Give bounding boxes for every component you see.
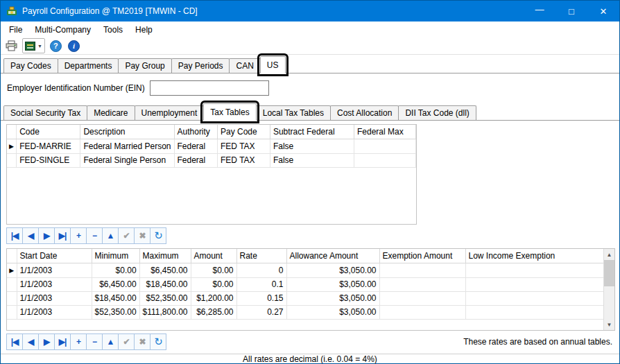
tab-pay-codes[interactable]: Pay Codes [3, 58, 58, 73]
tab-departments[interactable]: Departments [58, 58, 119, 73]
nav-delete-button[interactable]: − [86, 333, 103, 350]
tab-pay-periods[interactable]: Pay Periods [171, 58, 230, 73]
table-row[interactable]: ▶ 1/1/2003 $0.00 $6,450.00 $0.00 0 $3,05… [7, 263, 610, 277]
grid-cell[interactable]: 1/1/2003 [17, 305, 92, 319]
nav-next-button[interactable]: ▶ [38, 333, 55, 350]
grid-cell[interactable]: $18,450.00 [92, 291, 139, 305]
grid-cell[interactable]: $3,050.00 [286, 305, 379, 319]
grid-cell[interactable]: $0.00 [92, 263, 139, 277]
grid-cell[interactable]: $1,200.00 [191, 291, 236, 305]
grid-cell[interactable]: 1/1/2003 [17, 263, 92, 277]
tab-pay-group[interactable]: Pay Group [118, 58, 171, 73]
grid-cell[interactable] [465, 277, 610, 291]
tab-cost-allocation[interactable]: Cost Allocation [330, 105, 399, 120]
nav-delete-button[interactable]: − [86, 227, 103, 244]
maximize-button[interactable]: □ [556, 1, 587, 21]
grid-cell[interactable] [465, 291, 610, 305]
menu-tools[interactable]: Tools [97, 22, 129, 37]
column-header-description[interactable]: Description [80, 125, 174, 139]
grid-cell[interactable]: $52,350.00 [92, 305, 139, 319]
grid-cell[interactable] [379, 291, 465, 305]
grid-cell[interactable]: $0.00 [191, 263, 236, 277]
grid-cell[interactable]: $3,050.00 [286, 277, 379, 291]
tab-can[interactable]: CAN [229, 58, 260, 73]
grid-cell[interactable]: $6,450.00 [139, 263, 191, 277]
nav-edit-button[interactable]: ▲ [102, 227, 119, 244]
grid-cell[interactable]: $3,050.00 [286, 263, 379, 277]
grid-cell[interactable]: 0 [236, 263, 286, 277]
nav-first-button[interactable]: |◀ [6, 227, 23, 244]
grid-cell[interactable]: False [270, 153, 354, 167]
minimize-button[interactable]: — [524, 1, 556, 21]
column-header-rate[interactable]: Rate [236, 249, 286, 263]
grid-cell[interactable]: 0.1 [236, 277, 286, 291]
grid-cell[interactable]: Federal Single Person [80, 153, 174, 167]
table-row[interactable]: FED-SINGLE Federal Single Person Federal… [7, 153, 416, 167]
grid-cell[interactable] [379, 305, 465, 319]
nav-insert-button[interactable]: + [70, 227, 87, 244]
tab-local-tax-tables[interactable]: Local Tax Tables [256, 105, 331, 120]
grid-cell[interactable]: FED TAX [218, 139, 270, 153]
table-row[interactable]: 1/1/2003 $6,450.00 $18,450.00 $0.00 0.1 … [7, 277, 610, 291]
grid-cell[interactable] [379, 277, 465, 291]
nav-refresh-button[interactable]: ↻ [150, 227, 166, 244]
menu-help[interactable]: Help [129, 22, 159, 37]
nav-last-button[interactable]: ▶| [54, 227, 71, 244]
grid-cell[interactable]: FED TAX [218, 153, 270, 167]
grid-cell[interactable]: Federal [174, 153, 218, 167]
column-header-code[interactable]: Code [17, 125, 80, 139]
print-button[interactable] [4, 38, 19, 53]
table-row[interactable]: 1/1/2003 $52,350.00 $111,800.00 $6,285.0… [7, 305, 610, 319]
column-header-maximum[interactable]: Maximum [139, 249, 191, 263]
grid-cell[interactable]: 0.27 [236, 305, 286, 319]
column-header-allowance-amount[interactable]: Allowance Amount [286, 249, 379, 263]
nav-post-button[interactable]: ✔ [118, 333, 135, 350]
column-header-amount[interactable]: Amount [191, 249, 236, 263]
grid-cell[interactable] [354, 139, 416, 153]
nav-insert-button[interactable]: + [70, 333, 87, 350]
tab-us[interactable]: US [260, 56, 286, 73]
grid-cell[interactable]: False [270, 139, 354, 153]
close-button[interactable]: ✕ [587, 1, 619, 21]
grid-cell[interactable]: 1/1/2003 [17, 291, 92, 305]
nav-first-button[interactable]: |◀ [6, 333, 23, 350]
tab-social-security-tax[interactable]: Social Security Tax [3, 105, 87, 120]
scrollbar-track[interactable] [604, 260, 614, 319]
table-row[interactable]: 1/1/2003 $18,450.00 $52,350.00 $1,200.00… [7, 291, 610, 305]
tab-medicare[interactable]: Medicare [87, 105, 135, 120]
scrollbar-thumb[interactable] [604, 260, 614, 286]
tab-unemployment[interactable]: Unemployment [135, 105, 205, 120]
grid-cell[interactable]: FED-SINGLE [17, 153, 80, 167]
nav-prior-button[interactable]: ◀ [22, 333, 39, 350]
nav-edit-button[interactable]: ▲ [102, 333, 119, 350]
grid-cell[interactable]: Federal [174, 139, 218, 153]
grid-cell[interactable]: Federal Married Person [80, 139, 174, 153]
grid-cell[interactable] [354, 153, 416, 167]
grid-cell[interactable]: $6,450.00 [92, 277, 139, 291]
company-dropdown[interactable]: ▼ [22, 38, 45, 53]
help-button[interactable]: ? [49, 38, 63, 53]
about-button[interactable]: i [67, 38, 81, 53]
column-header-federal-max[interactable]: Federal Max [354, 125, 416, 139]
grid-cell[interactable] [379, 263, 465, 277]
nav-prior-button[interactable]: ◀ [22, 227, 39, 244]
grid-cell[interactable] [465, 305, 610, 319]
nav-post-button[interactable]: ✔ [118, 227, 135, 244]
grid-cell[interactable]: 0.15 [236, 291, 286, 305]
grid-cell[interactable]: $3,050.00 [286, 291, 379, 305]
tab-dii-tax-code[interactable]: DII Tax Code (dll) [398, 105, 476, 120]
column-header-subtract-federal[interactable]: Subtract Federal [270, 125, 354, 139]
grid-cell[interactable]: $111,800.00 [139, 305, 191, 319]
column-header-exemption-amount[interactable]: Exemption Amount [379, 249, 465, 263]
grid-cell[interactable]: $52,350.00 [139, 291, 191, 305]
menu-multi-company[interactable]: Multi-Company [28, 22, 97, 37]
tab-tax-tables[interactable]: Tax Tables [203, 103, 256, 121]
column-header-authority[interactable]: Authority [174, 125, 218, 139]
scroll-up-icon[interactable]: ▲ [604, 249, 614, 260]
grid-cell[interactable]: FED-MARRIE [17, 139, 80, 153]
grid-cell[interactable]: $0.00 [191, 277, 236, 291]
column-header-pay-code[interactable]: Pay Code [218, 125, 270, 139]
grid-cell[interactable]: 1/1/2003 [17, 277, 92, 291]
nav-last-button[interactable]: ▶| [54, 333, 71, 350]
column-header-low-income-exemption[interactable]: Low Income Exemption [465, 249, 610, 263]
